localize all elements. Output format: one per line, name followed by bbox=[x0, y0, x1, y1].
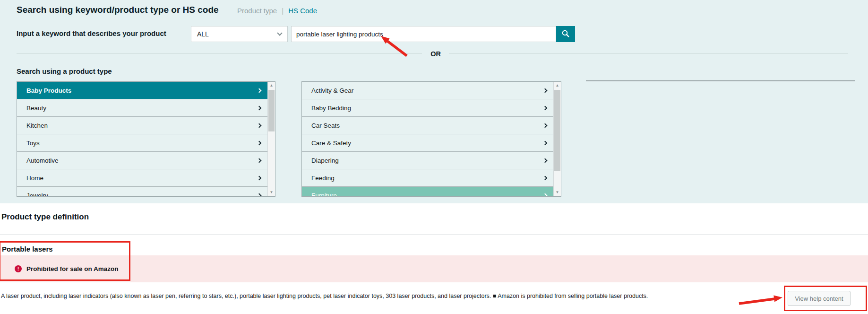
level3-panel-rule bbox=[586, 80, 855, 81]
list-item-diapering[interactable]: Diapering bbox=[302, 152, 553, 169]
list-item-beauty[interactable]: Beauty bbox=[17, 99, 267, 117]
chevron-right-icon bbox=[257, 123, 262, 128]
search-mode-tabs: Product type | HS Code bbox=[237, 7, 317, 15]
chevron-right-icon bbox=[257, 158, 262, 163]
list-item-label: Kitchen bbox=[26, 122, 258, 129]
list-item-label: Baby Bedding bbox=[311, 105, 543, 112]
list-item-label: Diapering bbox=[311, 157, 543, 164]
list-item-jewelry[interactable]: Jewelry bbox=[17, 187, 267, 197]
list-item-furniture[interactable]: Furniture bbox=[302, 187, 553, 197]
list-item-label: Jewelry bbox=[26, 192, 258, 197]
chevron-right-icon bbox=[543, 140, 548, 145]
tab-separator: | bbox=[282, 7, 284, 15]
list-item-baby-bedding[interactable]: Baby Bedding bbox=[302, 99, 553, 117]
keyword-search-input[interactable] bbox=[291, 26, 556, 42]
tab-product-type[interactable]: Product type bbox=[237, 7, 277, 15]
list-item-care-safety[interactable]: Care & Safety bbox=[302, 134, 553, 152]
chevron-right-icon bbox=[257, 175, 262, 180]
page-title: Search using keyword/product type or HS … bbox=[17, 5, 219, 15]
list-item-label: Car Seats bbox=[311, 122, 543, 129]
list-item-label: Baby Products bbox=[26, 87, 258, 94]
alert-icon: ! bbox=[15, 265, 22, 272]
list-item-label: Automotive bbox=[26, 157, 258, 164]
prohibited-banner: ! Prohibited for sale on Amazon bbox=[0, 255, 868, 282]
product-type-description: A laser product, including laser indicat… bbox=[1, 293, 648, 299]
chevron-right-icon bbox=[543, 193, 548, 197]
list-item-label: Home bbox=[26, 174, 258, 182]
scrollbar-level1[interactable]: ▲ ▼ bbox=[267, 82, 275, 196]
product-type-heading: Search using a product type bbox=[17, 67, 112, 75]
chevron-right-icon bbox=[257, 193, 262, 197]
category-dropdown[interactable]: ALL bbox=[191, 26, 288, 42]
keyword-search-label: Input a keyword that describes your prod… bbox=[17, 29, 166, 37]
magnifier-icon bbox=[561, 29, 570, 39]
chevron-right-icon bbox=[257, 105, 262, 110]
product-type-list-level1: Baby Products Beauty Kitchen Toys Automo… bbox=[17, 81, 275, 197]
list-item-car-seats[interactable]: Car Seats bbox=[302, 117, 553, 134]
list-item-kitchen[interactable]: Kitchen bbox=[17, 117, 267, 134]
chevron-right-icon bbox=[543, 175, 548, 180]
product-name: Portable lasers bbox=[2, 245, 53, 253]
list-item-automotive[interactable]: Automotive bbox=[17, 152, 267, 169]
chevron-right-icon bbox=[543, 123, 548, 128]
search-section: Search using keyword/product type or HS … bbox=[0, 0, 868, 203]
list-item-label: Feeding bbox=[311, 174, 543, 182]
or-divider-line-right bbox=[449, 53, 848, 54]
chevron-right-icon bbox=[543, 105, 548, 110]
list-item-label: Activity & Gear bbox=[311, 87, 543, 94]
chevron-right-icon bbox=[543, 158, 548, 163]
chevron-right-icon bbox=[543, 88, 548, 93]
chevron-right-icon bbox=[257, 140, 262, 145]
annotation-arrow-help-button bbox=[735, 291, 785, 306]
scrollbar-thumb[interactable] bbox=[554, 90, 560, 171]
list-item-feeding[interactable]: Feeding bbox=[302, 169, 553, 187]
product-type-list-level2: Activity & Gear Baby Bedding Car Seats C… bbox=[301, 81, 561, 197]
or-label: OR bbox=[426, 50, 446, 58]
scrollbar-thumb[interactable] bbox=[268, 90, 275, 131]
list-item-toys[interactable]: Toys bbox=[17, 134, 267, 152]
category-dropdown-value: ALL bbox=[197, 30, 278, 38]
list-item-activity-gear[interactable]: Activity & Gear bbox=[302, 82, 553, 99]
chevron-right-icon bbox=[257, 88, 262, 93]
prohibited-label: Prohibited for sale on Amazon bbox=[26, 265, 119, 272]
scroll-up-icon[interactable]: ▲ bbox=[554, 82, 561, 89]
list-item-home[interactable]: Home bbox=[17, 169, 267, 187]
definition-heading: Product type definition bbox=[1, 212, 89, 222]
list-item-label: Toys bbox=[26, 140, 258, 147]
scroll-down-icon[interactable]: ▼ bbox=[554, 189, 561, 196]
view-help-content-button[interactable]: View help content bbox=[788, 291, 851, 306]
section-divider bbox=[0, 235, 868, 235]
scrollbar-level2[interactable]: ▲ ▼ bbox=[553, 82, 561, 196]
tab-hs-code[interactable]: HS Code bbox=[288, 7, 317, 15]
list-item-label: Furniture bbox=[311, 192, 543, 197]
list-item-label: Beauty bbox=[26, 105, 258, 112]
scroll-up-icon[interactable]: ▲ bbox=[268, 82, 275, 89]
search-button[interactable] bbox=[556, 26, 575, 42]
scroll-down-icon[interactable]: ▼ bbox=[268, 189, 275, 196]
list-item-baby-products[interactable]: Baby Products bbox=[17, 82, 267, 99]
list-item-label: Care & Safety bbox=[311, 140, 543, 147]
chevron-down-icon bbox=[277, 30, 282, 35]
page: Search using keyword/product type or HS … bbox=[0, 0, 868, 314]
or-divider-line-left bbox=[17, 53, 422, 54]
